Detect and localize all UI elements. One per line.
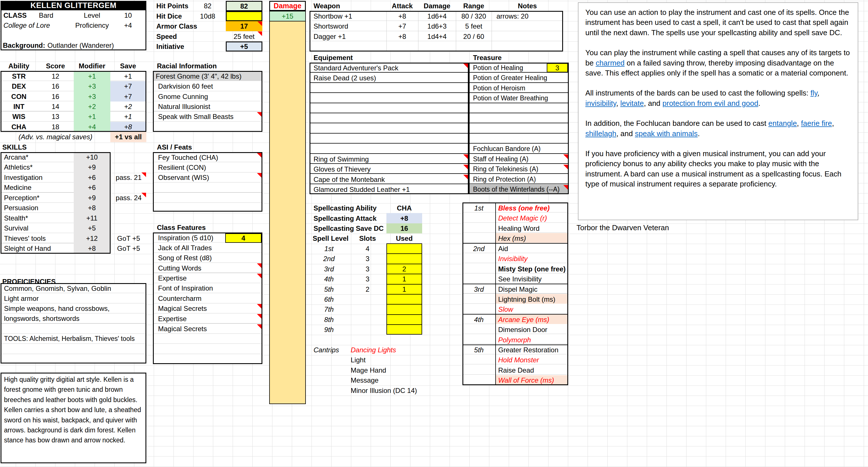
slot-count: 3 [349,254,386,264]
ability-name: CON [1,91,37,101]
slot-level: 3rd [309,264,349,274]
hp-input-cell[interactable] [226,11,262,21]
skill-mod: +5 [74,223,110,233]
equipment-row: Gloves of Thievery [313,164,457,174]
proficiency-line: Light armor [4,293,144,303]
ability-score[interactable]: 18 [37,122,74,132]
class-feature-row: Song of Rest (d8) [158,253,261,263]
slot-count: 3 [349,264,386,274]
hp-current[interactable]: 82 [226,1,262,11]
skill-mod: +6 [74,172,110,182]
level-value[interactable]: 10 [110,10,146,20]
hit-dice-value[interactable]: 10d8 [189,11,226,21]
inspiration-count[interactable]: 4 [225,233,261,243]
ability-save: +1 [110,112,146,121]
shillelagh-link[interactable]: shillelagh [585,129,616,138]
rules-text: All instruments of the bards can be used… [585,89,811,97]
hp-label: Hit Points [156,1,193,11]
ability-name: INT [1,101,37,112]
class-feature-row: Countercharm [158,293,261,303]
slots-used-value[interactable]: 1 [386,274,422,284]
treasure-row: Ring of Protection (A) [473,174,566,184]
ability-score[interactable]: 16 [37,81,74,91]
skill-name: Athletics* [4,162,72,172]
skills-title: SKILLS [2,142,59,152]
fly-link[interactable]: fly [811,89,817,97]
class-value[interactable]: Bard [39,10,73,20]
spell-level-header: Spell Level [313,233,352,243]
ability-score[interactable]: 16 [37,91,74,101]
weapons-col-weapon: Weapon [313,1,385,11]
initiative-value[interactable]: +5 [226,41,262,52]
skill-mod: +10 [74,152,110,162]
proficiency-line: TOOLS: Alchemist, Herbalism, Thieves' to… [4,334,144,344]
treasure-row: Potion of Water Breathing [473,93,566,103]
spell: Raise Dead [498,365,568,375]
invisibility-link[interactable]: invisibility [585,99,616,108]
slot-level: 8th [309,315,349,325]
comment-triangle [257,274,261,278]
asi-row: Observant (WIS) [158,172,261,182]
ability-score[interactable]: 13 [37,112,74,121]
slot-level: 4th [309,274,349,284]
spellcasting-ability-label: Spellcasting Ability [313,203,388,213]
equipment-row: Cape of the Montebank [313,174,457,184]
spellbook-level: 5th [462,345,495,355]
spell: See Invisibility [498,274,568,284]
comment-triangle [463,165,468,169]
ac-value[interactable]: 17 [226,21,262,31]
rules-text: on a failed saving throw, thereby imposi… [585,59,848,77]
slots-used-value[interactable]: 2 [386,264,422,274]
treasure-qty[interactable]: 3 [547,63,568,73]
class-feature-row: Expertise [158,273,261,283]
class-feature-row: Magical Secrets [158,324,261,334]
skill-mod: +9 [74,193,110,203]
slot-level: 5th [309,284,349,294]
comment-triangle [563,185,568,189]
damage-column-body[interactable] [269,22,306,404]
rules-text: , and [616,129,635,138]
protection-link[interactable]: protection from evil and good [662,99,758,108]
spell: Wall of Force (ms) [498,375,568,385]
class-feature-row: Expertise [158,314,261,324]
cantrip: Mage Hand [351,365,431,375]
treasure-title: Treasure [473,53,559,63]
rules-paragraph: If you have proficiency with a given mus… [585,149,851,189]
spellcasting-dc-value: 16 [386,223,422,233]
treasure-row: Potion of Healing [473,63,545,73]
comment-triangle [257,263,261,268]
entangle-link[interactable]: entangle [768,119,797,127]
proficiency-value[interactable]: +4 [110,20,146,30]
skill-name: Medicine [4,182,72,193]
cantrip: Light [351,355,431,365]
slots-used-value[interactable]: 1 [386,284,422,294]
ability-mod: +1 [74,112,110,121]
equipment-row: Raise Dead (2 uses) [313,73,457,83]
ability-mod: +4 [74,122,110,132]
asi-title: ASI / Feats [157,142,243,152]
rules-text: , [832,119,834,127]
comment-triangle [563,154,568,159]
ability-score[interactable]: 12 [37,71,74,81]
spellbook-level: 2nd [462,244,495,254]
ability-name: WIS [1,112,37,121]
faerie-fire-link[interactable]: faerie fire [801,119,832,127]
spell: Detect Magic (r) [498,213,568,223]
ability-score[interactable]: 14 [37,101,74,112]
proficiency-line: longswords, shortswords [4,314,144,323]
skill-name: Arcana* [4,152,72,162]
speak-with-animals-link[interactable]: speak with animals [635,129,698,138]
speed-value[interactable]: 25 feet [226,31,262,41]
hp-value[interactable]: 82 [189,1,226,11]
weapons-col-notes: Notes [492,1,563,11]
skill-name: Perception* [4,193,72,203]
racial-row: Gnome Cunning [158,91,261,101]
spellbook-level: 4th [462,315,495,325]
charmed-link[interactable]: charmed [596,59,624,67]
damage-bonus[interactable]: +15 [269,11,306,21]
comment-triangle [257,31,262,36]
levitate-link[interactable]: levitate [620,99,644,108]
spellbook-level: 1st [462,203,495,213]
class-features-title: Class Features [157,223,243,233]
comment-triangle [142,172,146,177]
